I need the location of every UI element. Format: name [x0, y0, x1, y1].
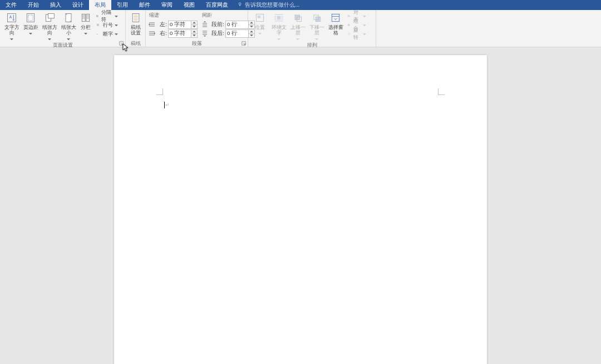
dropdown-icon [296, 36, 299, 42]
bring-forward-button[interactable]: 上移一层 [288, 11, 307, 42]
tab-review[interactable]: 审阅 [156, 0, 178, 10]
indent-left-input[interactable] [169, 21, 191, 28]
wrap-text-label: 环绕文字 [269, 24, 288, 36]
indent-right-spinner[interactable] [168, 29, 198, 38]
tab-view[interactable]: 视图 [178, 0, 200, 10]
bring-forward-icon [292, 12, 303, 23]
orientation-icon [44, 12, 55, 23]
dropdown-icon [363, 31, 366, 37]
hyphenation-button[interactable]: bc 断字 [95, 30, 118, 38]
dropdown-icon [29, 31, 32, 36]
manuscript-sub-label: 设置 [131, 30, 141, 36]
dropdown-icon [115, 31, 118, 37]
tab-home[interactable]: 开始 [22, 0, 45, 10]
page-setup-dialog-launcher[interactable] [119, 41, 124, 46]
wrap-text-button[interactable]: 环绕文字 [269, 11, 288, 42]
line-numbers-icon [95, 22, 101, 28]
selection-pane-icon [330, 12, 341, 23]
tab-baidu[interactable]: 百度网盘 [200, 0, 234, 10]
orientation-button[interactable]: 纸张方向 [40, 11, 59, 42]
paragraph-dialog-launcher[interactable] [241, 41, 247, 46]
space-before-input[interactable] [226, 21, 248, 28]
space-before-icon [201, 21, 209, 28]
columns-icon [80, 12, 91, 23]
paragraph-mark-icon: ↵ [165, 102, 170, 108]
text-direction-label: 文字方向 [2, 24, 21, 36]
size-label: 纸张大小 [59, 24, 78, 36]
dropdown-icon [258, 31, 262, 36]
send-backward-icon [311, 12, 322, 23]
spinner-down[interactable] [191, 24, 197, 28]
breaks-button[interactable]: 分隔符 [95, 12, 118, 20]
margin-marker-top-left [156, 88, 163, 95]
lightbulb-icon [237, 2, 243, 8]
dropdown-icon [277, 36, 280, 42]
group-manuscript: 稿纸 设置 稿纸 [126, 10, 146, 47]
space-after-input[interactable] [226, 30, 248, 37]
group-paragraph: 缩进 左: 右: [146, 10, 248, 47]
indent-left-spinner[interactable] [168, 21, 198, 29]
tab-file[interactable]: 文件 [0, 0, 22, 10]
dropdown-icon [10, 36, 13, 42]
document-page[interactable]: ↵ [114, 55, 487, 364]
position-label: 位置 [255, 24, 265, 30]
bring-forward-label: 上移一层 [288, 24, 307, 36]
margins-button[interactable]: 页边距 [21, 11, 40, 36]
tab-references[interactable]: 引用 [111, 0, 134, 10]
dropdown-icon [363, 22, 366, 28]
svg-rect-11 [96, 16, 98, 17]
position-icon [254, 12, 265, 23]
selection-pane-button[interactable]: 选择窗格 [326, 11, 345, 36]
paper-size-icon [63, 12, 74, 23]
text-caret [164, 102, 165, 108]
size-button[interactable]: 纸张大小 [59, 11, 78, 42]
svg-rect-25 [348, 16, 348, 17]
spacing-heading: 间距 [201, 12, 255, 20]
line-numbers-label: 行号 [103, 22, 113, 29]
line-numbers-button[interactable]: 行号 [95, 21, 118, 29]
align-icon [346, 13, 352, 19]
tell-me-search[interactable]: 告诉我您想要做什么... [234, 0, 303, 10]
manuscript-settings-button[interactable]: 稿纸 设置 [128, 11, 143, 36]
text-direction-button[interactable]: A 文字方向 [2, 11, 21, 42]
indent-right-input[interactable] [169, 30, 191, 37]
hyphenation-label: 断字 [103, 31, 113, 38]
svg-rect-8 [82, 14, 85, 21]
wrap-text-icon [273, 12, 284, 23]
position-button[interactable]: 位置 [250, 11, 269, 36]
spinner-down[interactable] [191, 33, 197, 37]
group-label-paragraph: 段落 [148, 40, 245, 47]
tab-design[interactable]: 设计 [67, 0, 89, 10]
dropdown-icon [48, 36, 51, 42]
dropdown-icon [84, 31, 87, 36]
rotate-button[interactable]: 旋转 [346, 30, 366, 38]
svg-rect-22 [316, 17, 320, 21]
orientation-label: 纸张方向 [40, 24, 59, 36]
dropdown-icon [315, 36, 318, 42]
svg-rect-9 [86, 14, 90, 21]
columns-button[interactable]: 分栏 [78, 11, 93, 36]
svg-rect-26 [349, 16, 349, 17]
manuscript-label: 稿纸 [131, 24, 141, 30]
group-icon [346, 22, 352, 28]
tell-me-placeholder: 告诉我您想要做什么... [245, 1, 299, 9]
tab-insert[interactable]: 插入 [45, 0, 67, 10]
indent-heading: 缩进 [148, 12, 198, 20]
selection-pane-label: 选择窗格 [326, 24, 345, 36]
document-area[interactable]: ↵ [0, 47, 601, 364]
hyphenation-icon: bc [95, 31, 101, 37]
rotate-label: 旋转 [353, 27, 361, 41]
margin-marker-top-right [438, 88, 445, 95]
send-backward-label: 下移一层 [307, 24, 326, 36]
tab-mailings[interactable]: 邮件 [134, 0, 156, 10]
breaks-icon [95, 13, 100, 19]
svg-rect-20 [295, 15, 299, 19]
svg-rect-10 [96, 15, 98, 16]
space-before-label: 段前: [210, 21, 224, 28]
space-after-icon [201, 29, 209, 37]
text-direction-icon: A [6, 12, 17, 23]
dropdown-icon [115, 13, 118, 19]
space-after-label: 段后: [210, 30, 224, 37]
send-backward-button[interactable]: 下移一层 [307, 11, 326, 42]
svg-point-0 [239, 3, 241, 5]
